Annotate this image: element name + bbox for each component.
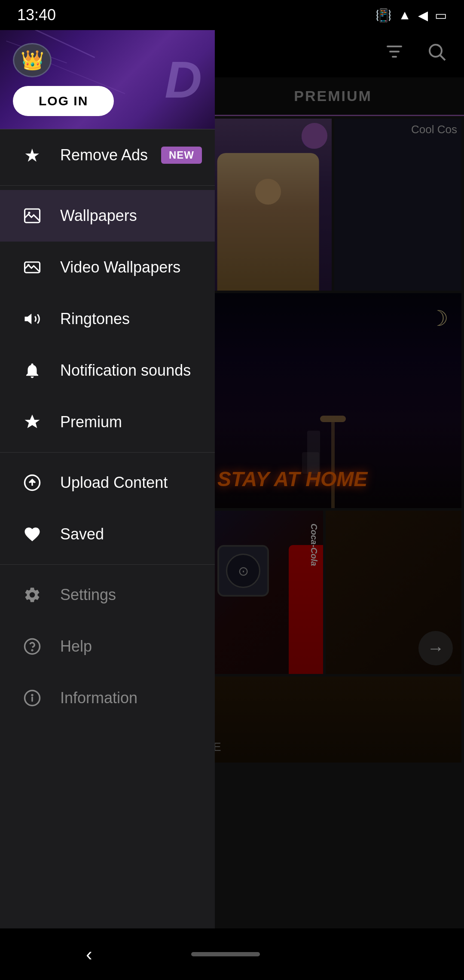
status-icons: 📳 ▲ ◀ ▭: [375, 8, 447, 23]
svg-marker-9: [25, 314, 32, 325]
vibrate-icon: 📳: [375, 8, 391, 23]
wallpapers-icon: [17, 201, 47, 231]
drawer-header: D 👑 LOG IN: [0, 30, 215, 129]
star-icon: ★: [17, 140, 47, 170]
svg-point-6: [28, 211, 30, 214]
notification-sounds-label: Notification sounds: [60, 361, 191, 380]
status-bar: 13:40 📳 ▲ ◀ ▭: [0, 0, 464, 30]
menu-item-upload-content[interactable]: Upload Content: [0, 457, 215, 508]
app-logo: D: [165, 54, 202, 105]
help-label: Help: [60, 637, 92, 655]
video-wallpapers-icon: [17, 252, 47, 282]
wifi-icon: ▲: [398, 8, 411, 22]
premium-label: Premium: [60, 413, 122, 431]
upload-content-label: Upload Content: [60, 474, 168, 492]
battery-icon: ▭: [435, 8, 447, 23]
settings-label: Settings: [60, 586, 116, 604]
upload-icon: [17, 468, 47, 498]
ringtones-label: Ringtones: [60, 310, 130, 328]
signal-icon: ◀: [418, 8, 428, 23]
section-divider-1: [0, 185, 215, 186]
premium-icon: [17, 407, 47, 437]
menu-item-ringtones[interactable]: Ringtones: [0, 293, 215, 345]
menu-item-remove-ads[interactable]: ★ Remove Ads NEW: [0, 129, 215, 181]
svg-point-8: [27, 264, 30, 266]
back-button[interactable]: ‹: [86, 943, 92, 965]
information-icon: [17, 683, 47, 713]
section-divider-2: [0, 452, 215, 453]
menu-item-wallpapers[interactable]: Wallpapers: [0, 190, 215, 242]
information-label: Information: [60, 689, 137, 707]
menu-item-information[interactable]: Information: [0, 672, 215, 724]
menu-item-notification-sounds[interactable]: Notification sounds: [0, 345, 215, 396]
remove-ads-label: Remove Ads: [60, 146, 148, 164]
bottom-navigation: ‹: [0, 928, 464, 980]
navigation-drawer: D 👑 LOG IN ★ Remove Ads NEW Wallpapers: [0, 30, 215, 928]
video-wallpapers-label: Video Wallpapers: [60, 258, 180, 276]
section-divider-3: [0, 564, 215, 565]
menu-item-saved[interactable]: Saved: [0, 508, 215, 560]
status-time: 13:40: [17, 6, 56, 24]
avatar-icon: 👑: [21, 49, 44, 71]
menu-item-video-wallpapers[interactable]: Video Wallpapers: [0, 242, 215, 293]
menu-item-premium[interactable]: Premium: [0, 396, 215, 448]
new-badge: NEW: [161, 147, 202, 164]
saved-label: Saved: [60, 525, 104, 543]
ringtones-icon: [17, 304, 47, 334]
menu-item-settings[interactable]: Settings: [0, 569, 215, 621]
menu-item-help[interactable]: Help: [0, 621, 215, 672]
login-button[interactable]: LOG IN: [13, 86, 114, 116]
notification-sounds-icon: [17, 355, 47, 386]
saved-icon: [17, 519, 47, 549]
drawer-menu: ★ Remove Ads NEW Wallpapers: [0, 129, 215, 928]
settings-icon: [17, 580, 47, 610]
svg-point-13: [32, 650, 33, 651]
avatar: 👑: [13, 43, 52, 77]
wallpapers-label: Wallpapers: [60, 207, 137, 225]
home-pill[interactable]: [191, 952, 260, 956]
help-icon: [17, 631, 47, 662]
